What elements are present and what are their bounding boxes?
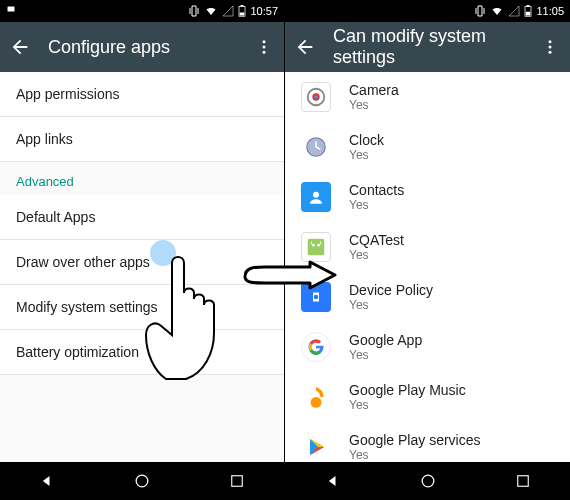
nav-bar: [285, 462, 570, 500]
battery-icon: [238, 5, 246, 17]
camera-icon: [301, 82, 331, 112]
section-advanced: Advanced: [0, 162, 284, 195]
svg-rect-28: [517, 476, 528, 487]
nav-recents-icon[interactable]: [510, 468, 536, 494]
svg-rect-11: [526, 12, 531, 16]
app-row-play-services[interactable]: Google Play services Yes: [285, 422, 570, 462]
svg-rect-0: [8, 7, 15, 12]
contacts-icon: [301, 182, 331, 212]
svg-rect-3: [240, 13, 245, 16]
play-music-icon: [301, 382, 331, 412]
row-modify-system[interactable]: Modify system settings: [0, 285, 284, 330]
status-bar: 10:57: [0, 0, 284, 22]
clock-time: 10:57: [250, 5, 278, 17]
signal-icon: [508, 5, 520, 17]
nav-home-icon[interactable]: [415, 468, 441, 494]
svg-point-17: [314, 95, 318, 99]
nav-recents-icon[interactable]: [224, 468, 250, 494]
nav-back-icon[interactable]: [34, 468, 60, 494]
svg-point-23: [317, 244, 320, 247]
app-title: Device Policy: [349, 282, 433, 298]
app-bar: Can modify system settings: [285, 22, 570, 72]
app-row-clock[interactable]: Clock Yes: [285, 122, 570, 172]
back-arrow-icon[interactable]: [293, 35, 317, 59]
row-app-permissions[interactable]: App permissions: [0, 72, 284, 117]
nav-bar: [0, 462, 284, 500]
row-battery-opt[interactable]: Battery optimization: [0, 330, 284, 375]
cqatest-icon: [301, 232, 331, 262]
row-app-links[interactable]: App links: [0, 117, 284, 162]
overflow-menu-icon[interactable]: [252, 35, 276, 59]
wifi-icon: [490, 5, 504, 17]
wifi-icon: [204, 5, 218, 17]
svg-rect-10: [527, 5, 530, 7]
svg-point-13: [549, 46, 552, 49]
svg-point-20: [313, 192, 319, 198]
nav-home-icon[interactable]: [129, 468, 155, 494]
app-bar: Configure apps: [0, 22, 284, 72]
battery-icon: [524, 5, 532, 17]
app-list: Camera Yes Clock Yes Contacts: [285, 72, 570, 462]
app-sub: Yes: [349, 448, 481, 462]
app-sub: Yes: [349, 198, 404, 212]
signal-icon: [222, 5, 234, 17]
device-policy-icon: [301, 282, 331, 312]
clock-time: 11:05: [536, 5, 564, 17]
app-sub: Yes: [349, 398, 466, 412]
app-row-play-music[interactable]: Google Play Music Yes: [285, 372, 570, 422]
screen-modify-system: 11:05 Can modify system settings Camera …: [285, 0, 570, 500]
svg-point-26: [311, 397, 322, 408]
row-draw-over[interactable]: Draw over other apps: [0, 240, 284, 285]
app-sub: Yes: [349, 348, 422, 362]
svg-point-22: [312, 244, 315, 247]
play-services-icon: [301, 432, 331, 462]
nav-back-icon[interactable]: [320, 468, 346, 494]
appbar-title: Configure apps: [48, 37, 236, 58]
appbar-title: Can modify system settings: [333, 26, 522, 68]
app-sub: Yes: [349, 298, 433, 312]
vibrate-icon: [188, 5, 200, 17]
svg-point-5: [263, 46, 266, 49]
svg-point-27: [422, 475, 434, 487]
app-sub: Yes: [349, 148, 384, 162]
app-row-device-policy[interactable]: Device Policy Yes: [285, 272, 570, 322]
app-sub: Yes: [349, 98, 399, 112]
overflow-menu-icon[interactable]: [538, 35, 562, 59]
status-bar: 11:05: [285, 0, 570, 22]
app-row-cqatest[interactable]: CQATest Yes: [285, 222, 570, 272]
app-title: Google Play Music: [349, 382, 466, 398]
vibrate-icon: [474, 5, 486, 17]
svg-rect-21: [308, 239, 325, 256]
app-title: Contacts: [349, 182, 404, 198]
app-sub: Yes: [349, 248, 404, 262]
svg-point-25: [314, 295, 319, 300]
row-default-apps[interactable]: Default Apps: [0, 195, 284, 240]
svg-rect-8: [231, 476, 242, 487]
svg-point-4: [263, 40, 266, 43]
app-row-camera[interactable]: Camera Yes: [285, 72, 570, 122]
svg-rect-2: [241, 5, 244, 7]
svg-point-7: [136, 475, 148, 487]
svg-point-6: [263, 51, 266, 54]
svg-point-14: [549, 51, 552, 54]
screen-configure-apps: 10:57 Configure apps App permissions App…: [0, 0, 285, 500]
app-row-google-app[interactable]: Google App Yes: [285, 322, 570, 372]
clock-icon: [301, 132, 331, 162]
svg-point-12: [549, 40, 552, 43]
app-title: CQATest: [349, 232, 404, 248]
app-row-contacts[interactable]: Contacts Yes: [285, 172, 570, 222]
app-title: Google App: [349, 332, 422, 348]
app-title: Camera: [349, 82, 399, 98]
settings-list: App permissions App links Advanced Defau…: [0, 72, 284, 462]
back-arrow-icon[interactable]: [8, 35, 32, 59]
app-title: Google Play services: [349, 432, 481, 448]
app-title: Clock: [349, 132, 384, 148]
google-icon: [301, 332, 331, 362]
notification-icon: [6, 5, 18, 17]
